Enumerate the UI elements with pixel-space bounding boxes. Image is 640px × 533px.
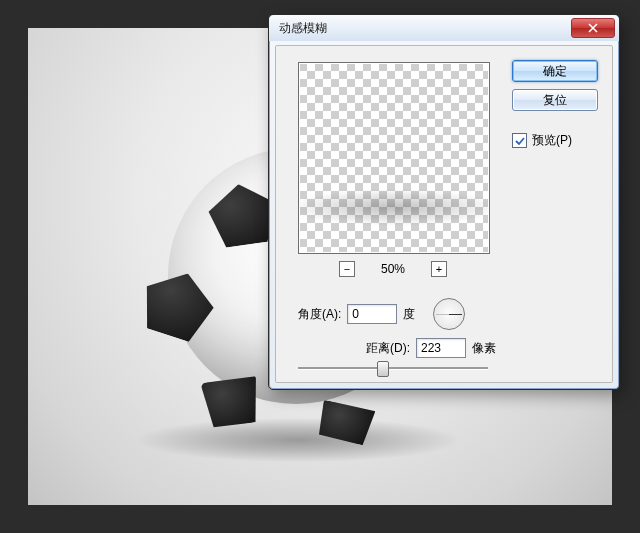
angle-unit: 度 [403, 306, 415, 323]
dialog-title: 动感模糊 [279, 20, 571, 37]
dialog-titlebar[interactable]: 动感模糊 [269, 15, 619, 41]
angle-dial[interactable] [433, 298, 465, 330]
angle-label: 角度(A): [298, 306, 341, 323]
reset-button-label: 复位 [543, 92, 567, 109]
plus-icon: + [436, 264, 442, 275]
distance-unit: 像素 [472, 340, 496, 357]
reset-button[interactable]: 复位 [512, 89, 598, 111]
ok-button[interactable]: 确定 [512, 60, 598, 82]
distance-label: 距离(D): [366, 340, 410, 357]
distance-input[interactable] [416, 338, 466, 358]
distance-row: 距离(D): 像素 [366, 338, 496, 358]
dialog-side-column: 确定 复位 预览(P) [512, 60, 598, 149]
distance-slider[interactable] [298, 360, 488, 376]
zoom-percent: 50% [375, 262, 411, 276]
angle-input[interactable] [347, 304, 397, 324]
ball-patch [129, 262, 225, 353]
close-button[interactable] [571, 18, 615, 38]
preview-checkbox-label: 预览(P) [532, 132, 572, 149]
ok-button-label: 确定 [543, 63, 567, 80]
zoom-in-button[interactable]: + [431, 261, 447, 277]
preview-checkbox[interactable] [512, 133, 527, 148]
close-icon [588, 23, 598, 33]
zoom-controls: − 50% + [298, 260, 488, 278]
minus-icon: − [344, 264, 350, 275]
slider-thumb[interactable] [377, 361, 389, 377]
filter-preview[interactable] [298, 62, 490, 254]
check-icon [515, 136, 525, 146]
motion-blur-dialog: 动感模糊 − 50% + 角度(A): 度 距离(D): 像素 确定 [268, 14, 620, 390]
dialog-body: − 50% + 角度(A): 度 距离(D): 像素 确定 复位 [275, 45, 613, 383]
angle-row: 角度(A): 度 [298, 298, 465, 330]
slider-track [298, 367, 488, 370]
soccer-ball-shadow [138, 418, 458, 462]
zoom-out-button[interactable]: − [339, 261, 355, 277]
preview-checkbox-row[interactable]: 预览(P) [512, 132, 598, 149]
